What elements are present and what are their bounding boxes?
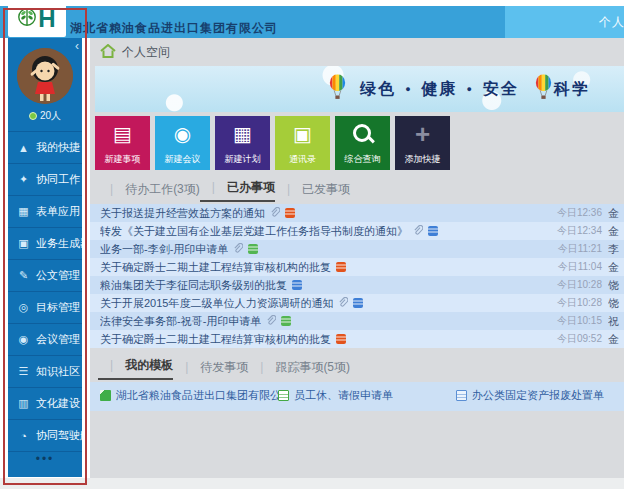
work-item-row[interactable]: 关于确定爵士二期土建工程结算审核机构的批复 今日09:52 金 [90,330,624,348]
quick-tile[interactable]: ▣ 通讯录 [275,116,330,170]
sidebar-menu-item[interactable]: ▲ 我的快捷 [8,131,82,163]
work-item-row[interactable]: 粮油集团关于李征同志职务级别的批复 今日10:28 饶 [90,276,624,294]
tile-icon: ▣ [275,122,330,146]
oa-portal-window: 湖北省粮油食品进出口集团有限公司 个人空间 H ‹ [0,0,624,489]
template-doc-icon [278,390,289,401]
main-content: 个人空间 绿色 [90,38,624,478]
slogan-word: 科学 [554,79,590,100]
template-tab[interactable]: 待发事项 [173,359,248,380]
sidebar-menu-item[interactable]: ◎ 目标管理 [8,291,82,323]
sidebar-menu-item[interactable]: ▥ 文化建设 [8,387,82,419]
slogan-banner: 绿色 ● 健康 ● 安全 [95,66,624,112]
sidebar-menu-item[interactable]: ◔ 协同驾驶舱 [8,419,82,451]
template-doc-icon [100,390,111,401]
template-list: 湖北省粮油食品进出口集团有限公司收文处理单 员工休、请假申请单 办公类固定资产报… [90,382,624,411]
template-item[interactable]: 办公类固定资产报废处置单 [456,388,624,403]
logo-letter: H [38,7,55,31]
sidebar-menu-item[interactable]: ▣ 业务生成器 [8,227,82,259]
attachment-icon [413,222,423,240]
sidebar-item-icon: ◉ [17,333,30,346]
attachment-icon [338,294,348,312]
work-item-time: 今日09:52 [557,332,602,346]
sidebar-menu-item[interactable]: ☰ 知识社区 [8,355,82,387]
work-item-sender: 饶 [608,296,622,311]
tile-label: 新建事项 [95,153,150,166]
tile-icon: ▦ [215,122,270,146]
company-logo[interactable]: H [8,0,66,37]
quick-tile[interactable]: ◉ 新建会议 [155,116,210,170]
work-item-time: 今日10:28 [557,278,602,292]
work-item-title: 关于确定爵士二期土建工程结算审核机构的批复 [100,332,331,347]
sidebar-item-label: 协同驾驶舱 [36,428,82,443]
template-tab[interactable]: 跟踪事项(5项) [248,359,350,380]
bottom-strip [0,478,624,489]
sidebar-menu-item[interactable]: ◉ 会议管理 [8,323,82,355]
template-item[interactable]: 湖北省粮油食品进出口集团有限公司收文处理单 [100,388,278,403]
member-count: 20人 [40,109,61,123]
quick-tile[interactable]: ▤ 新建事项 [95,116,150,170]
slogan-word: 绿色 [360,79,396,100]
doc-type-badge-icon [285,208,295,218]
work-item-row[interactable]: 关于开展2015年度二级单位人力资源调研的通知 今日10:28 饶 [90,294,624,312]
work-item-sender: 饶 [608,278,622,293]
sidebar-item-icon: ✎ [17,269,30,282]
work-item-time: 今日12:36 [557,206,602,220]
slogan-text: 绿色 ● 健康 ● 安全 [360,74,590,104]
work-item-title: 粮油集团关于李征同志职务级别的批复 [100,278,287,293]
quick-tile[interactable]: ▦ 新建计划 [215,116,270,170]
work-item-title: 关于开展2015年度二级单位人力资源调研的通知 [100,296,333,311]
tile-icon: ▤ [95,122,150,146]
quick-tile[interactable]: + 添加快捷 [395,116,450,170]
tab-personal-space[interactable]: 个人空间 [505,6,624,38]
work-tab[interactable]: 已发事项 [275,181,350,202]
work-item-row[interactable]: 转发《关于建立国有企业基层党建工作任务指导书制度的通知》 今日12:34 金 [90,222,624,240]
work-tab[interactable]: 待办工作(3项) [98,181,200,202]
work-item-time: 今日11:21 [558,242,602,256]
sidebar-item-icon: ▣ [17,237,30,250]
online-dot-icon [29,112,37,120]
work-item-list: 关于报送提升经营效益方案的通知 今日12:36 金 转发《关于建立国有企业基层党… [90,204,624,348]
balloon-icon [535,74,552,104]
template-tabs: 我的模板待发事项跟踪事项(5项) [98,358,624,380]
sidebar-menu-item[interactable]: ✦ 协同工作 [8,163,82,195]
sidebar-item-label: 公文管理 [36,268,80,283]
work-item-title: 关于报送提升经营效益方案的通知 [100,206,265,221]
work-item-sender: 祝 [608,314,622,329]
work-tab[interactable]: 已办事项 [200,179,275,202]
bullet-icon: ● [467,84,474,94]
template-label: 湖北省粮油食品进出口集团有限公司收文处理单 [116,388,278,403]
sidebar-item-icon: ▲ [17,142,30,154]
template-tab[interactable]: 我的模板 [98,357,173,380]
work-item-row[interactable]: 关于报送提升经营效益方案的通知 今日12:36 金 [90,204,624,222]
tile-label: 新建会议 [155,153,210,166]
home-icon[interactable] [100,44,116,61]
sidebar-item-icon: ✦ [17,173,30,186]
tile-label: 综合查询 [335,153,390,166]
tile-icon: ◉ [155,122,210,146]
sidebar-item-label: 表单应用 [36,204,80,219]
template-item[interactable]: 员工休、请假申请单 [278,388,456,403]
work-item-row[interactable]: 业务一部-李剑-用印申请单 今日11:21 李 [90,240,624,258]
sidebar-item-label: 知识社区 [36,364,80,379]
work-tabs: 待办工作(3项)已办事项已发事项 [98,180,624,202]
quick-tile[interactable]: 综合查询 [335,116,390,170]
work-item-row[interactable]: 关于确定爵士二期土建工程结算审核机构的批复 今日11:04 金 [90,258,624,276]
user-avatar[interactable] [17,48,73,104]
work-item-sender: 李 [608,242,622,257]
slogan-word: 安全 [483,79,519,100]
sidebar-item-label: 我的快捷 [36,140,80,155]
quick-tiles: ▤ 新建事项 ◉ 新建会议 ▦ 新建计划 ▣ 通讯录 综合查询 + 添加快捷 [95,116,624,170]
sidebar-item-icon: ◔ [17,430,30,442]
sidebar-more-button[interactable]: ••• [8,451,82,471]
sidebar-menu-item[interactable]: ▦ 表单应用 [8,195,82,227]
sidebar-item-label: 协同工作 [36,172,80,187]
work-item-row[interactable]: 法律安全事务部-祝哥-用印申请单 今日10:15 祝 [90,312,624,330]
sidebar-collapse-icon[interactable]: ‹ [75,39,79,53]
work-item-title: 业务一部-李剑-用印申请单 [100,242,228,257]
tile-label: 通讯录 [275,153,330,166]
work-item-time: 今日12:34 [557,224,602,238]
sidebar-menu-item[interactable]: ✎ 公文管理 [8,259,82,291]
balloon-icon [329,74,346,104]
work-item-sender: 金 [608,224,622,239]
sidebar-item-label: 会议管理 [36,332,80,347]
